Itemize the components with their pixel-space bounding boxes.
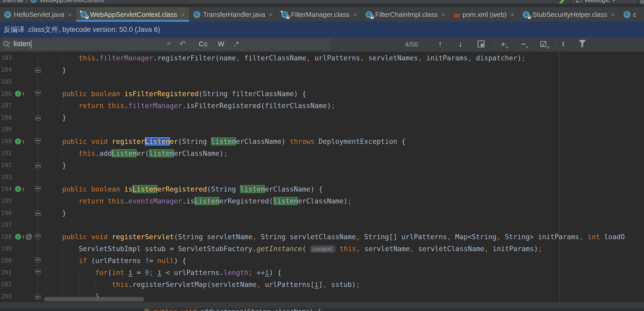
close-tab-icon[interactable]: × xyxy=(269,11,273,19)
run-button[interactable] xyxy=(640,0,644,4)
line-number[interactable]: 199 xyxy=(0,245,15,252)
match-case-toggle[interactable]: Cc xyxy=(199,40,208,48)
line-number[interactable]: 197 xyxy=(0,221,15,228)
code-text[interactable]: if (urlPatterns != null) { xyxy=(44,257,186,265)
overrides-arrow-icon[interactable]: ↑ xyxy=(21,186,25,192)
open-in-find-window-icon[interactable] xyxy=(478,40,485,47)
line-number[interactable]: 185 xyxy=(0,78,15,85)
edit-pencil-icon[interactable] xyxy=(559,0,567,4)
line-number[interactable]: 189 xyxy=(0,126,15,133)
line-number[interactable]: 198 xyxy=(0,233,15,240)
code-text[interactable]: public boolean isListenerRegistered(Stri… xyxy=(44,185,323,193)
code-text[interactable]: } xyxy=(44,66,66,74)
close-tab-icon[interactable]: × xyxy=(181,11,185,19)
tab-helloservlet-java[interactable]: CHelloServlet.java× xyxy=(0,7,76,22)
code-editor[interactable]: 183 this.filterManager.registerFilter(na… xyxy=(0,52,644,302)
fold-region-start-icon[interactable] xyxy=(35,186,41,192)
search-input[interactable]: listen xyxy=(13,40,31,48)
code-text[interactable]: return this.eventsManager.isListenerRegi… xyxy=(44,197,352,205)
implements-method-icon[interactable]: I xyxy=(15,234,21,240)
fold-region-start-icon[interactable] xyxy=(35,138,41,144)
implements-method-icon[interactable]: I xyxy=(15,138,21,144)
tab-stubsecurityhelper-class[interactable]: CStubSecurityHelper.class× xyxy=(519,7,619,22)
line-number[interactable]: 192 xyxy=(0,162,15,168)
remove-occurrence-button[interactable]: −ıı xyxy=(521,40,528,49)
code-text[interactable]: ServletStubImpl sstub = ServletStubFacto… xyxy=(44,245,542,253)
implements-method-icon[interactable]: I xyxy=(15,91,21,97)
line-number[interactable]: 191 xyxy=(0,150,15,157)
fold-region-end-icon[interactable] xyxy=(35,210,41,216)
line-number[interactable]: 188 xyxy=(0,114,15,121)
fold-region-start-icon[interactable] xyxy=(35,270,41,275)
code-text[interactable]: } xyxy=(44,209,66,217)
fold-region-start-icon[interactable] xyxy=(35,234,41,240)
breadcrumb-item-class[interactable]: WebAppServletContext xyxy=(40,0,104,4)
next-occurrence-button[interactable]: ↓ xyxy=(458,39,463,49)
line-number[interactable]: 195 xyxy=(0,197,15,204)
fold-region-end-icon[interactable] xyxy=(35,67,41,73)
implements-method-icon[interactable]: I xyxy=(15,186,21,192)
gutter-icons: I↑@ xyxy=(15,233,32,241)
previous-occurrence-button[interactable]: ↑ xyxy=(438,39,442,49)
close-tab-icon[interactable]: × xyxy=(68,11,72,19)
tab-c[interactable]: Cc xyxy=(619,7,641,22)
insert-newline-icon[interactable]: ↶ xyxy=(179,39,186,48)
line-number[interactable]: 203 xyxy=(0,293,15,300)
clear-search-icon[interactable]: × xyxy=(166,39,171,48)
overrides-arrow-icon[interactable]: ↑ xyxy=(21,234,25,240)
line-number[interactable]: 201 xyxy=(0,269,15,276)
code-text[interactable]: } xyxy=(44,161,66,169)
line-number[interactable]: 193 xyxy=(0,174,15,180)
fold-region-start-icon[interactable] xyxy=(35,258,41,264)
tab-webappservletcontext-class[interactable]: CWebAppServletContext.class× xyxy=(76,7,189,22)
line-number[interactable]: 183 xyxy=(0,54,15,61)
code-text[interactable]: public boolean isFilterRegistered(String… xyxy=(44,90,306,98)
words-toggle[interactable]: W xyxy=(218,40,225,48)
close-tab-icon[interactable]: × xyxy=(441,11,445,19)
search-icon[interactable] xyxy=(3,41,11,48)
close-tab-icon[interactable]: × xyxy=(611,11,615,19)
line-number[interactable]: 196 xyxy=(0,209,15,216)
select-all-occurrences-button[interactable]: ☑ıı xyxy=(540,40,550,49)
class-locked-icon: C xyxy=(523,11,530,18)
line-number[interactable]: 184 xyxy=(0,66,15,73)
fold-region-end-icon[interactable] xyxy=(35,293,41,299)
run-configuration-selector[interactable]: Weblogic ▾ xyxy=(573,0,635,4)
search-match-highlight: Listen xyxy=(194,197,219,205)
search-field-background[interactable] xyxy=(2,38,331,50)
breadcrumb[interactable]: internal / C WebAppServletContext xyxy=(3,0,104,4)
code-line-187: 187 return this.filterManager.isFilterRe… xyxy=(0,100,644,111)
tab-filterchainimpl-class[interactable]: CFilterChainImpl.class× xyxy=(361,7,450,22)
line-number[interactable]: 194 xyxy=(0,186,15,192)
regex-toggle[interactable]: .* xyxy=(234,40,239,48)
line-number[interactable]: 187 xyxy=(0,102,15,109)
code-text[interactable]: this.addListener(listenerClassName); xyxy=(44,149,228,157)
code-text[interactable]: return this.filterManager.isFilterRegist… xyxy=(44,102,335,110)
code-text[interactable]: public void registerServlet(String servl… xyxy=(44,233,625,241)
tab-filtermanager-class[interactable]: CFilterManager.class× xyxy=(277,7,361,22)
code-text[interactable]: public void registerListener(String list… xyxy=(44,137,405,145)
overrides-arrow-icon[interactable]: ↑ xyxy=(21,91,25,97)
code-text[interactable]: for(int i = 0; i < urlPatterns.length; +… xyxy=(44,268,282,277)
add-occurrence-button[interactable]: +ıı xyxy=(501,40,508,49)
tab-pom-xml-web-[interactable]: mpom.xml (web)× xyxy=(450,7,519,22)
code-text[interactable]: } xyxy=(44,114,66,122)
filter-results-icon[interactable]: I xyxy=(561,40,564,48)
overrides-arrow-icon[interactable]: ↑ xyxy=(21,138,25,144)
code-text[interactable]: this.filterManager.registerFilter(name, … xyxy=(44,54,526,62)
class-icon: C xyxy=(31,0,37,3)
breadcrumb-item-internal[interactable]: internal xyxy=(3,0,23,4)
close-tab-icon[interactable]: × xyxy=(510,11,514,19)
line-number[interactable]: 200 xyxy=(0,257,15,264)
code-text[interactable]: this.registerServletMap(servletName, url… xyxy=(44,280,360,288)
tab-transferhandler-java[interactable]: CTransferHandler.java× xyxy=(189,7,277,22)
line-number[interactable]: 190 xyxy=(0,138,15,145)
fold-region-end-icon[interactable] xyxy=(35,115,41,121)
line-number[interactable]: 186 xyxy=(0,90,15,97)
close-tab-icon[interactable]: × xyxy=(353,11,357,19)
fold-region-end-icon[interactable] xyxy=(35,162,41,168)
filter-funnel-icon[interactable] xyxy=(579,40,586,48)
line-number[interactable]: 202 xyxy=(0,281,15,288)
horizontal-scrollbar[interactable] xyxy=(44,297,144,301)
fold-region-start-icon[interactable] xyxy=(35,91,41,97)
